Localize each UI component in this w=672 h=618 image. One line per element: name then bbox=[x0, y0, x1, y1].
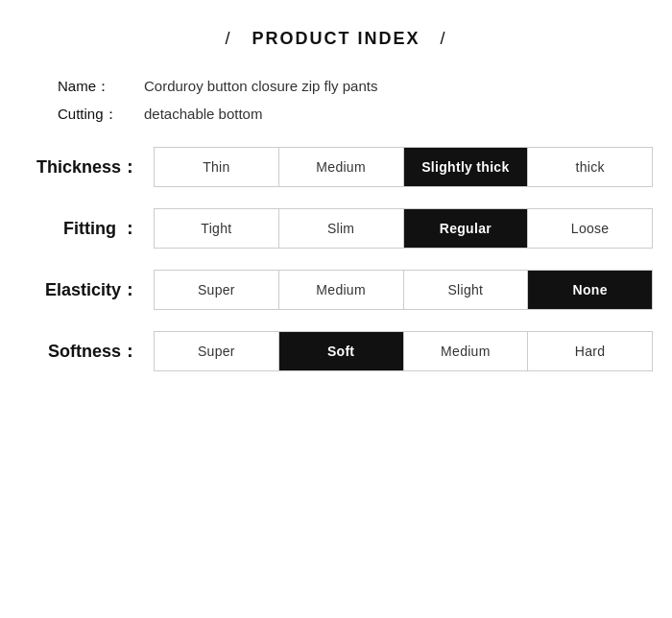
cutting-value: detachable bottom bbox=[144, 106, 262, 122]
option-thickness-1[interactable]: Medium bbox=[279, 148, 404, 186]
cutting-label: Cutting： bbox=[58, 106, 144, 124]
option-elasticity-0[interactable]: Super bbox=[155, 271, 279, 309]
title-main: PRODUCT INDEX bbox=[252, 29, 420, 48]
name-row: Name： Corduroy button closure zip fly pa… bbox=[58, 78, 653, 96]
index-section: Thickness：ThinMediumSlightly thickthickF… bbox=[19, 147, 653, 371]
options-container-elasticity: SuperMediumSlightNone bbox=[154, 270, 653, 310]
option-elasticity-2[interactable]: Slight bbox=[404, 271, 529, 309]
options-container-thickness: ThinMediumSlightly thickthick bbox=[154, 147, 653, 187]
title-suffix: / bbox=[441, 29, 447, 48]
option-thickness-0[interactable]: Thin bbox=[155, 148, 279, 186]
name-value: Corduroy button closure zip fly pants bbox=[144, 78, 377, 94]
option-fitting-1[interactable]: Slim bbox=[279, 209, 404, 248]
option-thickness-3[interactable]: thick bbox=[528, 148, 652, 186]
page-title: / PRODUCT INDEX / bbox=[19, 29, 653, 49]
info-section: Name： Corduroy button closure zip fly pa… bbox=[58, 78, 653, 124]
option-thickness-2[interactable]: Slightly thick bbox=[404, 148, 529, 186]
index-label-thickness: Thickness： bbox=[19, 155, 154, 178]
option-fitting-3[interactable]: Loose bbox=[528, 209, 652, 248]
option-elasticity-1[interactable]: Medium bbox=[279, 271, 404, 309]
index-label-fitting: Fitting ： bbox=[19, 217, 154, 240]
index-row-elasticity: Elasticity：SuperMediumSlightNone bbox=[19, 270, 653, 310]
title-prefix: / bbox=[225, 29, 231, 48]
cutting-row: Cutting： detachable bottom bbox=[58, 106, 653, 124]
option-fitting-2[interactable]: Regular bbox=[404, 209, 529, 248]
option-elasticity-3[interactable]: None bbox=[528, 271, 652, 309]
index-row-fitting: Fitting ：TightSlimRegularLoose bbox=[19, 208, 653, 249]
index-row-thickness: Thickness：ThinMediumSlightly thickthick bbox=[19, 147, 653, 187]
option-softness-0[interactable]: Super bbox=[155, 332, 279, 370]
option-softness-2[interactable]: Medium bbox=[404, 332, 529, 370]
options-container-softness: SuperSoftMediumHard bbox=[154, 331, 653, 371]
options-container-fitting: TightSlimRegularLoose bbox=[154, 208, 653, 249]
option-softness-1[interactable]: Soft bbox=[279, 332, 404, 370]
page: / PRODUCT INDEX / Name： Corduroy button … bbox=[0, 0, 672, 431]
index-row-softness: Softness：SuperSoftMediumHard bbox=[19, 331, 653, 371]
name-label: Name： bbox=[58, 78, 144, 96]
option-fitting-0[interactable]: Tight bbox=[155, 209, 279, 248]
index-label-elasticity: Elasticity： bbox=[19, 278, 154, 301]
index-label-softness: Softness： bbox=[19, 340, 154, 363]
option-softness-3[interactable]: Hard bbox=[528, 332, 652, 370]
